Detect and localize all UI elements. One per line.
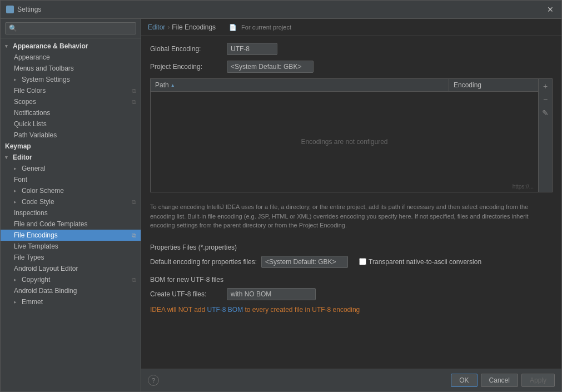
sidebar-item-general[interactable]: ▸ General (1, 163, 141, 174)
global-encoding-select[interactable]: UTF-8 UTF-16 ISO-8859-1 GBK (227, 43, 277, 55)
create-utf8-label: Create UTF-8 files: (150, 290, 222, 298)
project-link[interactable]: For current project (241, 24, 291, 31)
bom-section: BOM for new UTF-8 files Create UTF-8 fil… (150, 274, 553, 314)
breadcrumb: Editor › File Encodings 📄 For current pr… (141, 19, 561, 36)
bom-section-title: BOM for new UTF-8 files (150, 274, 553, 284)
project-encoding-select[interactable]: <System Default: GBK> UTF-8 UTF-16 (227, 61, 314, 73)
sort-arrow-path: ▲ (171, 83, 175, 88)
sidebar-item-android-data-binding[interactable]: Android Data Binding (1, 285, 141, 296)
sidebar-tree: ▾ Appearance & Behavior Appearance Menus… (1, 38, 141, 391)
sidebar-item-quick-lists[interactable]: Quick Lists (1, 118, 141, 130)
sidebar-item-file-encodings[interactable]: File Encodings ⧉ (1, 230, 141, 241)
bottom-bar: ? OK Cancel Apply (141, 369, 561, 391)
close-button[interactable]: ✕ (545, 4, 556, 15)
sidebar-item-menus-toolbars[interactable]: Menus and Toolbars (1, 63, 141, 74)
properties-encoding-dropdown-wrapper: <System Default: GBK> UTF-8 UTF-16 (261, 256, 348, 268)
sidebar-item-copyright[interactable]: ▸ Copyright ⧉ (1, 274, 141, 285)
project-encoding-label: Project Encoding: (150, 63, 222, 71)
expand-arrow-emmet: ▸ (14, 299, 19, 305)
file-icon: 📄 (229, 24, 237, 31)
sidebar-item-system-settings[interactable]: ▸ System Settings (1, 74, 141, 85)
edit-row-button[interactable]: ✎ (540, 107, 551, 119)
encoding-column-header: Encoding (449, 79, 538, 91)
properties-encoding-row: Default encoding for properties files: <… (150, 256, 553, 268)
sidebar-item-inspections[interactable]: Inspections (1, 207, 141, 219)
expand-arrow-copyright: ▸ (14, 277, 19, 282)
copy-icon-code-style: ⧉ (132, 199, 136, 206)
sidebar-item-color-scheme[interactable]: ▸ Color Scheme (1, 185, 141, 196)
apply-button[interactable]: Apply (521, 374, 555, 387)
ok-button[interactable]: OK (451, 374, 477, 387)
sidebar-item-code-style[interactable]: ▸ Code Style ⧉ (1, 196, 141, 207)
breadcrumb-separator: › (167, 23, 170, 31)
hint-text: To change encoding IntelliJ IDEA uses fo… (150, 198, 553, 235)
transparent-checkbox[interactable] (359, 258, 366, 265)
path-label: Path (155, 81, 169, 89)
watermark: https://... (513, 183, 534, 190)
sidebar-item-keymap[interactable]: Keymap (1, 141, 141, 152)
project-encoding-dropdown-wrapper: <System Default: GBK> UTF-8 UTF-16 (227, 61, 314, 73)
create-utf8-select[interactable]: with NO BOM with BOM (227, 288, 316, 300)
bom-link[interactable]: UTF-8 BOM (207, 306, 243, 314)
path-column-header[interactable]: Path ▲ (151, 79, 449, 91)
properties-encoding-select[interactable]: <System Default: GBK> UTF-8 UTF-16 (261, 256, 348, 268)
sidebar-item-appearance[interactable]: Appearance (1, 52, 141, 63)
sidebar-item-file-colors[interactable]: File Colors ⧉ (1, 85, 141, 96)
sidebar-item-live-templates[interactable]: Live Templates (1, 241, 141, 252)
global-encoding-row: Global Encoding: UTF-8 UTF-16 ISO-8859-1… (150, 43, 553, 55)
sidebar-item-path-variables[interactable]: Path Variables (1, 130, 141, 141)
sidebar-item-editor[interactable]: ▾ Editor (1, 152, 141, 163)
properties-section-title: Properties Files (*.properties) (150, 241, 553, 251)
table-header: Path ▲ Encoding (151, 79, 538, 92)
breadcrumb-current: File Encodings (172, 23, 216, 31)
sidebar-item-file-code-templates[interactable]: File and Code Templates (1, 219, 141, 230)
sidebar-item-appearance-behavior[interactable]: ▾ Appearance & Behavior (1, 41, 141, 52)
project-encoding-row: Project Encoding: <System Default: GBK> … (150, 61, 553, 73)
help-button[interactable]: ? (148, 375, 159, 386)
table-action-buttons: + − ✎ (539, 78, 553, 192)
window-title: Settings (17, 6, 41, 13)
transparent-checkbox-wrapper: Transparent native-to-ascii conversion (359, 258, 481, 266)
expand-arrow-color: ▸ (14, 188, 19, 193)
copy-icon-scopes: ⧉ (132, 98, 136, 106)
add-row-button[interactable]: + (540, 80, 551, 92)
properties-encoding-label: Default encoding for properties files: (150, 258, 257, 266)
encodings-table: Path ▲ Encoding Encodings are not config… (150, 78, 539, 192)
expand-arrow-code-style: ▸ (14, 199, 19, 205)
empty-table-message: Encodings are not configured (301, 138, 387, 146)
cancel-button[interactable]: Cancel (481, 374, 518, 387)
sidebar-item-scopes[interactable]: Scopes ⧉ (1, 96, 141, 107)
table-body: Encodings are not configured https://... (151, 92, 538, 192)
sidebar: ▾ Appearance & Behavior Appearance Menus… (1, 19, 141, 391)
sidebar-item-notifications[interactable]: Notifications (1, 107, 141, 118)
create-utf8-dropdown-wrapper: with NO BOM with BOM (227, 288, 316, 300)
collapse-arrow-editor: ▾ (5, 155, 11, 160)
titlebar-left: Settings (6, 6, 41, 13)
titlebar: Settings ✕ (1, 1, 561, 19)
transparent-label: Transparent native-to-ascii conversion (369, 258, 481, 266)
expand-arrow-general: ▸ (14, 166, 19, 171)
bom-warning: IDEA will NOT add UTF-8 BOM to every cre… (150, 306, 553, 314)
encoding-label: Encoding (454, 81, 481, 89)
breadcrumb-parent[interactable]: Editor (148, 23, 165, 31)
sidebar-item-emmet[interactable]: ▸ Emmet (1, 296, 141, 307)
collapse-arrow: ▾ (5, 43, 11, 49)
global-encoding-label: Global Encoding: (150, 45, 222, 53)
sidebar-item-android-layout-editor[interactable]: Android Layout Editor (1, 263, 141, 274)
main-content: ▾ Appearance & Behavior Appearance Menus… (1, 19, 561, 391)
search-box (1, 19, 141, 38)
copy-icon-file-colors: ⧉ (132, 87, 136, 95)
expand-arrow-system: ▸ (14, 77, 19, 82)
copy-icon-file-encodings: ⧉ (132, 232, 136, 239)
sidebar-item-file-types[interactable]: File Types (1, 252, 141, 263)
app-icon (6, 6, 14, 13)
global-encoding-dropdown-wrapper: UTF-8 UTF-16 ISO-8859-1 GBK (227, 43, 277, 55)
encodings-table-section: Path ▲ Encoding Encodings are not config… (150, 78, 553, 192)
search-input[interactable] (5, 22, 136, 34)
settings-content: Global Encoding: UTF-8 UTF-16 ISO-8859-1… (141, 36, 561, 369)
remove-row-button[interactable]: − (540, 93, 551, 106)
settings-window: Settings ✕ ▾ Appearance & Behavior Appea… (0, 0, 562, 392)
sidebar-item-font[interactable]: Font (1, 174, 141, 185)
copy-icon-copyright: ⧉ (132, 276, 136, 284)
main-panel: Editor › File Encodings 📄 For current pr… (141, 19, 561, 391)
